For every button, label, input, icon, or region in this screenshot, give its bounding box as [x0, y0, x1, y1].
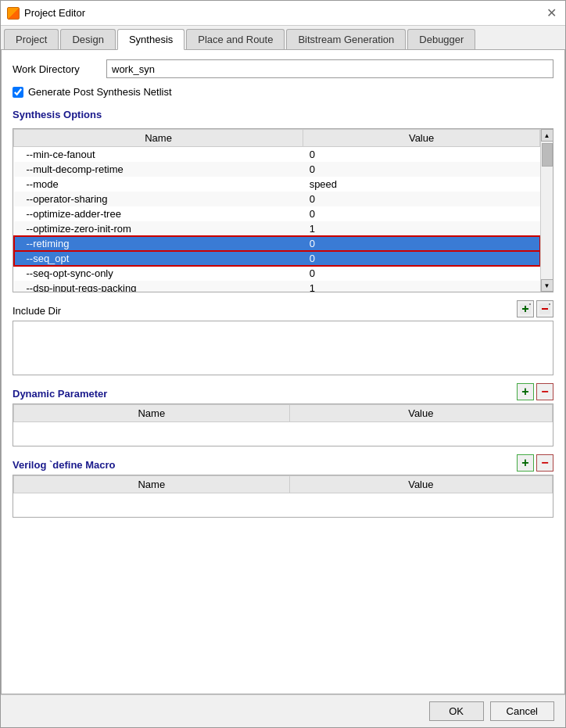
include-dir-remove-button[interactable]: [536, 300, 553, 317]
include-dir-box: [13, 321, 553, 375]
row-name: --operator-sharing: [14, 192, 303, 206]
col-value-header: Value: [303, 130, 540, 147]
synthesis-options-label: Synthesis Options: [13, 109, 553, 120]
include-dir-label: Include Dir: [13, 305, 61, 317]
generate-netlist-checkbox[interactable]: [13, 87, 23, 98]
dyn-row-empty: [14, 422, 553, 454]
row-value: 0: [303, 147, 540, 163]
scrollbar[interactable]: ▲ ▼: [540, 129, 553, 292]
synthesis-row[interactable]: --optimize-adder-tree0: [14, 206, 540, 221]
dynamic-param-add-button[interactable]: +: [517, 383, 534, 400]
verilog-macro-buttons: + −: [517, 454, 553, 472]
tab-design[interactable]: Design: [60, 29, 115, 49]
row-value: 0: [303, 162, 540, 177]
main-content: Work Directory Generate Post Synthesis N…: [1, 50, 565, 694]
tab-project[interactable]: Project: [4, 29, 59, 49]
synthesis-options-table: Name Value --min-ce-fanout0--mult-decomp…: [13, 129, 540, 292]
window-title: Project Editor: [24, 7, 85, 19]
row-name: --dsp-input-regs-packing: [14, 281, 303, 292]
verilog-macro-section: Verilog `define Macro + − Name Value: [13, 454, 553, 518]
dynamic-param-remove-button[interactable]: −: [536, 383, 553, 400]
row-value: 0: [303, 236, 540, 251]
include-dir-buttons: [517, 300, 553, 317]
title-bar: Project Editor ✕: [1, 1, 565, 26]
generate-netlist-label: Generate Post Synthesis Netlist: [28, 86, 172, 98]
verilog-col-name: Name: [14, 476, 290, 493]
cancel-button[interactable]: Cancel: [490, 701, 554, 721]
include-dir-section: Include Dir: [13, 300, 553, 375]
synthesis-row[interactable]: --min-ce-fanout0: [14, 147, 540, 163]
row-value: 1: [303, 281, 540, 292]
synthesis-row[interactable]: --optimize-zero-init-rom1: [14, 221, 540, 236]
col-name-header: Name: [14, 130, 303, 147]
synthesis-row[interactable]: --mult-decomp-retime0: [14, 162, 540, 177]
remove-icon: [539, 303, 550, 314]
row-value: 1: [303, 221, 540, 236]
synthesis-row[interactable]: --seq_opt0: [14, 251, 540, 266]
work-directory-row: Work Directory: [13, 59, 553, 78]
verilog-col-value: Value: [289, 476, 552, 493]
scroll-thumb[interactable]: [542, 143, 553, 167]
ok-button[interactable]: OK: [429, 701, 484, 721]
row-name: --mode: [14, 177, 303, 192]
dynamic-parameter-section: Dynamic Parameter + − Name Value: [13, 383, 553, 446]
verilog-macro-remove-button[interactable]: −: [536, 454, 553, 472]
add-icon: [520, 303, 531, 314]
dynamic-parameter-label: Dynamic Parameter: [13, 388, 107, 400]
row-value: 0: [303, 206, 540, 221]
window-icon: [7, 7, 20, 20]
row-value: 0: [303, 251, 540, 266]
verilog-row-empty: [14, 493, 553, 525]
tab-bar: Project Design Synthesis Place and Route…: [1, 26, 565, 50]
row-name: --optimize-zero-init-rom: [14, 221, 303, 236]
generate-netlist-row: Generate Post Synthesis Netlist: [13, 86, 553, 98]
row-name: --seq-opt-sync-only: [14, 266, 303, 281]
row-name: --min-ce-fanout: [14, 147, 303, 163]
synthesis-row[interactable]: --seq-opt-sync-only0: [14, 266, 540, 281]
row-value: 0: [303, 266, 540, 281]
verilog-macro-label: Verilog `define Macro: [13, 459, 115, 471]
row-name: --mult-decomp-retime: [14, 162, 303, 177]
close-button[interactable]: ✕: [543, 5, 559, 21]
dynamic-param-table: Name Value: [13, 403, 553, 446]
synthesis-row[interactable]: --modespeed: [14, 177, 540, 192]
row-name: --seq_opt: [14, 251, 303, 266]
synthesis-options-table-wrapper: Name Value --min-ce-fanout0--mult-decomp…: [13, 128, 553, 292]
row-value: 0: [303, 192, 540, 206]
dynamic-param-buttons: + −: [517, 383, 553, 400]
synthesis-row[interactable]: --dsp-input-regs-packing1: [14, 281, 540, 292]
work-directory-label: Work Directory: [13, 63, 99, 75]
verilog-macro-table: Name Value: [13, 475, 553, 518]
tab-debugger[interactable]: Debugger: [407, 29, 475, 49]
tab-bitstream-generation[interactable]: Bitstream Generation: [286, 29, 406, 49]
scroll-up-button[interactable]: ▲: [541, 129, 553, 142]
footer: OK Cancel: [1, 694, 565, 727]
scroll-down-button[interactable]: ▼: [541, 279, 553, 292]
tab-place-and-route[interactable]: Place and Route: [186, 29, 285, 49]
tab-synthesis[interactable]: Synthesis: [117, 29, 184, 50]
row-name: --optimize-adder-tree: [14, 206, 303, 221]
project-editor-window: Project Editor ✕ Project Design Synthesi…: [0, 0, 566, 728]
include-dir-add-button[interactable]: [517, 300, 534, 317]
synthesis-row[interactable]: --retiming0: [14, 236, 540, 251]
row-name: --retiming: [14, 236, 303, 251]
dyn-col-name: Name: [14, 405, 290, 422]
work-directory-input[interactable]: [106, 59, 553, 78]
row-value: speed: [303, 177, 540, 192]
dyn-col-value: Value: [289, 405, 552, 422]
verilog-macro-add-button[interactable]: +: [517, 454, 534, 472]
synthesis-row[interactable]: --operator-sharing0: [14, 192, 540, 206]
